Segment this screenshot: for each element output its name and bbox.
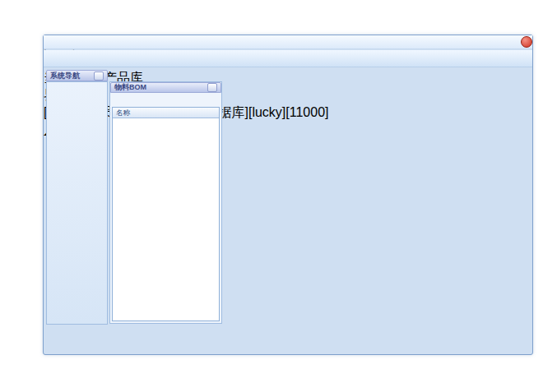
app-window: 系统导航 物料BOM 名称 消息管理 XXXX技术有限公司 [43,35,533,355]
menu-bar [44,35,532,49]
nav-panel-header: 系统导航 [46,70,108,81]
nav-options-icon[interactable] [94,71,104,81]
detail-panel [225,81,532,324]
nav-title: 系统导航 [50,71,80,81]
bom-title: 物料BOM [114,82,146,93]
bom-tree-box: 名称 [112,107,220,321]
bom-version-tabs [110,93,221,107]
bom-options-icon[interactable] [207,83,217,92]
page-tab-strip [109,68,532,81]
toolbar [44,50,532,67]
sidebar-navigation [46,81,108,325]
bom-panel: 物料BOM 名称 [109,81,222,324]
desktop: { "ui": { "chevron_down": "v", "plus": "… [0,0,543,392]
bom-panel-header: 物料BOM [110,82,221,93]
close-tab-button[interactable] [521,36,532,48]
bom-tree [113,118,211,312]
